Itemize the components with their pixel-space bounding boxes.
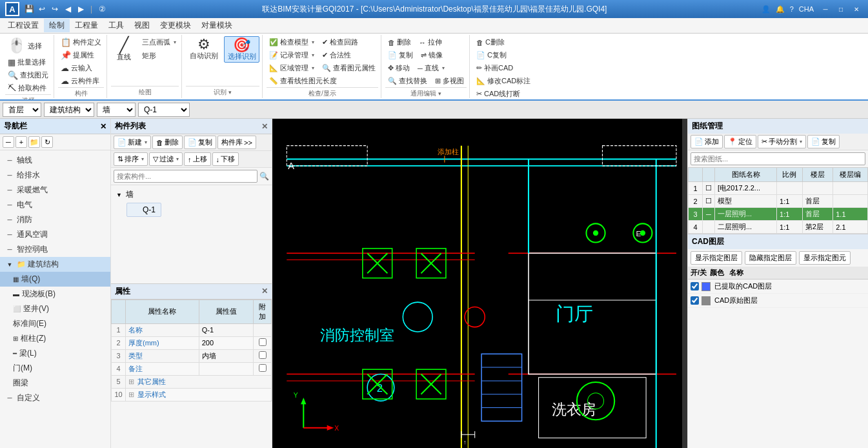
nav-tool-add[interactable]: + [15, 136, 27, 148]
auto-identify-button[interactable]: ⚙ 自动识别 [186, 36, 221, 61]
nav-item-col[interactable]: ⊞ 框柱(Z) [0, 331, 110, 346]
menu-compare[interactable]: 对量模块 [196, 19, 237, 32]
prop-name-5[interactable]: ⊞ 其它属性 [126, 375, 272, 388]
nav-item-structure[interactable]: ▼ 📁 建筑结构 [0, 257, 110, 272]
prop-value-2[interactable]: 200 [199, 336, 253, 349]
prop-name-4[interactable]: 备注 [126, 362, 199, 375]
new-comp-button[interactable]: 📄新建▾ [114, 136, 151, 149]
minimize-button[interactable]: ─ [819, 4, 832, 14]
prop-check-3[interactable] [259, 351, 267, 359]
drawing-name-2[interactable]: 模型 [715, 195, 777, 208]
show-specified-layer-button[interactable]: 显示指定图层 [691, 251, 742, 265]
quickaccess-next[interactable]: ▶ [75, 3, 86, 15]
batch-select-button[interactable]: ▦批量选择 [5, 56, 48, 68]
nav-item-beam[interactable]: ━ 梁(L) [0, 346, 110, 361]
quickaccess-undo[interactable]: ↩ [36, 3, 48, 15]
add-drawing-button[interactable]: 📄添加 [691, 135, 723, 148]
drawing-name-1[interactable]: [电2017.2.2... [715, 182, 777, 195]
line-edit-button[interactable]: ─直线▾ [415, 62, 447, 74]
prop-extra-3[interactable] [254, 349, 272, 362]
drawing-row-2[interactable]: 2 ☐ 模型 1:1 首层 [689, 195, 868, 208]
get-attr-button[interactable]: 📌提属性 [58, 49, 97, 61]
maximize-button[interactable]: □ [834, 4, 847, 14]
select-identify-button[interactable]: 🎯 选择识别 [224, 36, 259, 63]
prop-extra-4[interactable] [254, 362, 272, 375]
help-icon[interactable]: ? [790, 5, 794, 13]
modify-cad-dim-button[interactable]: 📐修改CAD标注 [474, 75, 533, 87]
arc-button[interactable]: 三点画弧▾ [139, 36, 179, 48]
floor-select[interactable]: 首层 [3, 103, 41, 117]
prop-check-2[interactable] [259, 338, 267, 346]
split-drawing-button[interactable]: ✂手动分割▾ [758, 135, 806, 148]
validity-button[interactable]: ✔合法性 [319, 49, 354, 61]
move-button[interactable]: ✥移动 [385, 62, 412, 74]
layer-item-extracted[interactable]: 已提取的CAD图层 [688, 280, 868, 294]
delete-comp-button[interactable]: 🗑删除 [152, 136, 183, 149]
layer-toggle-original[interactable] [691, 296, 699, 305]
drawing-name-3[interactable]: 一层照明... [715, 208, 777, 221]
drawing-name-4[interactable]: 二层照明... [715, 221, 777, 234]
nav-tool-folder[interactable]: 📁 [28, 136, 40, 148]
comp-search-input[interactable] [114, 170, 257, 183]
find-replace-button[interactable]: 🔍查找替换 [385, 75, 430, 87]
nav-close-button[interactable]: ✕ [100, 122, 106, 131]
prop-check-4[interactable] [259, 364, 267, 372]
copy-drawing-button[interactable]: 📄复制 [807, 135, 840, 148]
find-element-button[interactable]: 🔍查找图元 [5, 69, 51, 81]
select-button[interactable]: 🖱️ 选择 [5, 36, 45, 56]
nav-tool-minus[interactable]: ─ [3, 136, 14, 148]
line-button[interactable]: ╱ 直线 [111, 36, 137, 63]
pick-component-button[interactable]: ⛏拾取构件 [5, 82, 49, 94]
comp-list-close[interactable]: ✕ [261, 122, 268, 131]
complib-button[interactable]: 构件库 >> [217, 136, 256, 149]
prop-name-10[interactable]: ⊞ 显示样式 [126, 388, 272, 401]
rect-button[interactable]: 矩形 [139, 50, 179, 62]
quickaccess-save[interactable]: 💾 [23, 3, 35, 15]
copy-comp-button[interactable]: 📄复制 [184, 136, 216, 149]
nav-item-ring[interactable]: 圈梁 [0, 376, 110, 391]
drawing-row-4[interactable]: 4 二层照明... 1:1 第2层 2.1 [689, 221, 868, 234]
nav-item-fire[interactable]: ─ 消防 [0, 212, 110, 227]
drawing-row-3[interactable]: 3 ─ 一层照明... 1:1 首层 1.1 [689, 208, 868, 221]
cad-canvas[interactable]: 消防控制室 门厅 洗衣房 A 2 [272, 119, 687, 448]
drawing-search-input[interactable] [691, 152, 865, 165]
prop-panel-close[interactable]: ✕ [261, 287, 268, 296]
prop-name-2[interactable]: 厚度(mm) [126, 336, 199, 349]
layer-item-original[interactable]: CAD原始图层 [688, 294, 868, 308]
layer-toggle-extracted[interactable] [691, 282, 699, 290]
filter-button[interactable]: ▽过滤▾ [149, 152, 183, 166]
check-model-button[interactable]: ✅检查模型▾ [267, 36, 317, 48]
moveup-button[interactable]: ↑上移 [184, 152, 211, 166]
sort-button[interactable]: ⇅排序▾ [114, 152, 148, 166]
nav-item-wall[interactable]: ▦ 墙(Q) [0, 272, 110, 287]
nav-item-water[interactable]: ─ 给排水 [0, 168, 110, 183]
tree-wall-node[interactable]: ▼ 墙 [114, 188, 269, 201]
menu-view[interactable]: 视图 [129, 19, 155, 32]
nav-item-hvac2[interactable]: ─ 通风空调 [0, 227, 110, 242]
movedown-button[interactable]: ↓下移 [212, 152, 239, 166]
prop-extra-2[interactable] [254, 336, 272, 349]
tree-q1-item[interactable]: Q-1 [126, 203, 161, 217]
canvas-resize-handle[interactable] [682, 119, 687, 448]
nav-item-axis[interactable]: ─ 轴线 [0, 153, 110, 168]
cad-delete-button[interactable]: 🗑C删除 [474, 36, 507, 48]
show-specified-element-button[interactable]: 显示指定图元 [799, 251, 851, 265]
area-mgmt-button[interactable]: 📐区域管理▾ [267, 62, 317, 74]
nav-item-hvac[interactable]: ─ 采暖燃气 [0, 183, 110, 198]
supplement-cad-button[interactable]: ✏补画CAD [474, 62, 516, 74]
record-mgmt-button[interactable]: 📝记录管理▾ [267, 49, 317, 61]
nav-item-door[interactable]: 门(M) [0, 361, 110, 376]
drawing-row-1[interactable]: 1 ☐ [电2017.2.2... [689, 182, 868, 195]
comp-define-button[interactable]: 📋构件定义 [58, 36, 104, 48]
user-icon[interactable]: 👤 [762, 5, 771, 14]
bell-icon[interactable]: 🔔 [776, 5, 785, 14]
nav-item-shaft[interactable]: ⬜ 竖井(V) [0, 301, 110, 316]
prop-name-3[interactable]: 类型 [126, 349, 199, 362]
prop-value-1[interactable]: Q-1 [199, 323, 253, 336]
property-scroll[interactable]: 属性名称 属性值 附加 1 名称 Q-1 2 [111, 300, 272, 449]
cad-break-button[interactable]: ✂CAD线打断 [474, 88, 523, 100]
view-element-attr-button[interactable]: 🔍查看图元属性 [319, 62, 378, 74]
stretch-button[interactable]: ↔拉伸 [416, 36, 445, 48]
hide-specified-layer-button[interactable]: 隐藏指定图层 [745, 251, 796, 265]
quickaccess-prev[interactable]: ◀ [62, 3, 74, 15]
